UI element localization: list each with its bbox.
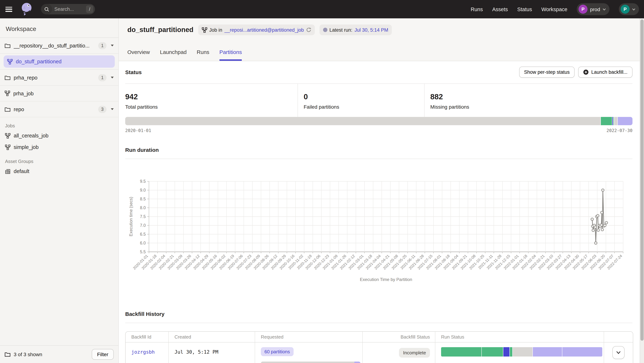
- job-icon: [5, 133, 10, 138]
- run-status-dot-icon: [323, 28, 327, 32]
- sidebar-item-label: prha_repo: [14, 75, 98, 80]
- sidebar-item-all_cereals_job[interactable]: all_cereals_job: [0, 130, 118, 142]
- repos-shown-count: 3 of 3 shown: [14, 352, 42, 357]
- sidebar-item-default[interactable]: default: [0, 166, 118, 177]
- asset-groups-section: Asset Groupsdefault: [0, 153, 118, 177]
- search-shortcut-key: /: [86, 6, 93, 13]
- backfill-created: Jul 30, 5:12 PM: [174, 342, 255, 355]
- item-count-badge: 3: [98, 106, 106, 113]
- tab-overview[interactable]: Overview: [127, 49, 150, 61]
- grid-icon: [5, 168, 10, 174]
- folder-icon: [5, 107, 10, 112]
- bar-segment-lavender: [532, 347, 562, 356]
- svg-text:6.5: 6.5: [140, 232, 146, 236]
- partition-status-bar[interactable]: [125, 117, 632, 125]
- search-input[interactable]: [54, 6, 83, 12]
- caret-down-icon[interactable]: [111, 44, 114, 46]
- latest-run-time-link[interactable]: Jul 30, 5:14 PM: [354, 27, 388, 32]
- tab-runs[interactable]: Runs: [197, 49, 210, 61]
- sidebar-item-__repository__do_stuff_partitio...[interactable]: __repository__do_stuff_partitio...1: [0, 38, 118, 54]
- user-menu[interactable]: P: [619, 3, 639, 15]
- plus-circle-icon: [584, 70, 589, 75]
- chevron-down-icon: [603, 8, 606, 10]
- stat-label: Failed partitions: [304, 104, 424, 110]
- refresh-icon[interactable]: [306, 27, 311, 32]
- bar-start-date: 2020-01-01: [125, 128, 151, 133]
- scrollbar[interactable]: [640, 18, 644, 363]
- bar-segment-lavender: [618, 117, 632, 125]
- partitions-content: Status Show per-step status Launch backf…: [119, 66, 640, 363]
- search-box[interactable]: /: [41, 4, 95, 14]
- bar-segment-green: [600, 117, 612, 125]
- svg-text:5.5: 5.5: [140, 250, 146, 254]
- svg-text:7.0: 7.0: [140, 223, 146, 228]
- requested-range-bar: [261, 362, 360, 363]
- column-header: Backfill Status: [362, 332, 435, 342]
- tab-launchpad[interactable]: Launchpad: [160, 49, 187, 61]
- job-icon: [202, 27, 207, 32]
- menu-icon[interactable]: [6, 7, 12, 12]
- sidebar-item-prha_repo[interactable]: prha_repo1: [0, 70, 118, 86]
- page-header: do_stuff_partitioned Job in __reposi...a…: [119, 18, 640, 61]
- deployment-switcher[interactable]: P prod: [577, 3, 610, 15]
- stat-label: Missing partitions: [430, 104, 632, 110]
- column-header: Run Status: [435, 332, 604, 342]
- svg-text:9.0: 9.0: [140, 188, 146, 192]
- run-duration-title: Run duration: [125, 147, 632, 153]
- requested-partitions-pill[interactable]: 60 partitions: [261, 347, 294, 356]
- backfill-history-title: Backfill History: [125, 311, 632, 317]
- job-tag-prefix: Job in: [209, 27, 222, 32]
- folder-icon: [5, 75, 10, 80]
- sidebar-item-label: default: [14, 168, 29, 174]
- scrollbar-thumb[interactable]: [640, 20, 644, 341]
- svg-text:8.0: 8.0: [140, 206, 146, 210]
- section-label: Jobs: [5, 123, 113, 128]
- filter-button[interactable]: Filter: [92, 349, 114, 360]
- sidebar-title: Workspace: [0, 18, 118, 38]
- stat-value: 942: [125, 92, 298, 101]
- sidebar-item-simple_job[interactable]: simple_job: [0, 142, 118, 153]
- sidebar-item-label: prha_job: [13, 90, 114, 96]
- backfill-status-badge: Incomplete: [399, 348, 430, 358]
- folder-icon: [5, 352, 10, 357]
- nav-link-runs[interactable]: Runs: [470, 6, 483, 12]
- run-duration-chart: 9.59.08.58.07.57.06.56.05.52020-01-01202…: [125, 159, 632, 286]
- latest-run-tag: Latest run: Jul 30, 5:14 PM: [319, 24, 392, 35]
- table-row: jozrgsbh Jul 30, 5:12 PM 60 partitions 2…: [126, 342, 633, 363]
- dagster-logo-icon: [20, 2, 33, 16]
- sidebar-item-label: repo: [14, 106, 98, 112]
- backfill-id-link[interactable]: jozrgsbh: [131, 342, 168, 355]
- nav-links: RunsAssetsStatusWorkspace P prod P: [470, 3, 639, 15]
- nav-link-workspace[interactable]: Workspace: [541, 6, 567, 12]
- bar-segment-gray: [614, 117, 618, 125]
- stat-value: 882: [430, 92, 632, 101]
- caret-down-icon[interactable]: [111, 77, 114, 78]
- caret-down-icon[interactable]: [111, 108, 114, 110]
- nav-link-assets[interactable]: Assets: [492, 6, 508, 12]
- sidebar-item-prha_job[interactable]: prha_job: [0, 86, 118, 102]
- tab-partitions[interactable]: Partitions: [220, 49, 242, 61]
- nav-link-status[interactable]: Status: [517, 6, 532, 12]
- run-status-bar[interactable]: [441, 347, 602, 356]
- bar-segment-gray: [512, 347, 532, 356]
- job-icon: [5, 144, 10, 150]
- launch-backfill-button[interactable]: Launch backfill...: [578, 66, 632, 78]
- sidebar-item-label: all_cereals_job: [14, 133, 48, 138]
- search-icon: [41, 4, 52, 14]
- job-tag-link[interactable]: __reposi...artitioned@partitioned_job: [224, 27, 304, 32]
- page-title: do_stuff_partitioned: [127, 26, 194, 34]
- status-section-title: Status: [125, 69, 142, 75]
- expand-row-button[interactable]: [612, 346, 624, 359]
- sidebar-item-repo[interactable]: repo3: [0, 102, 118, 117]
- svg-text:Execution time (secs): Execution time (secs): [128, 197, 133, 236]
- partition-stats: 942Total partitions0Failed partitions882…: [125, 84, 632, 117]
- svg-text:6.0: 6.0: [140, 241, 146, 245]
- latest-run-label: Latest run:: [330, 27, 352, 32]
- bar-segment-indigo: [503, 347, 510, 356]
- show-per-step-status-button[interactable]: Show per-step status: [519, 66, 575, 78]
- bar-segment-lavender: [354, 362, 360, 363]
- svg-text:Execution Time by Partition: Execution Time by Partition: [360, 277, 412, 282]
- tab-bar: OverviewLaunchpadRunsPartitions: [127, 49, 632, 61]
- sidebar-item-do_stuff_partitioned[interactable]: do_stuff_partitioned: [4, 56, 115, 68]
- bar-segment-green: [482, 347, 503, 356]
